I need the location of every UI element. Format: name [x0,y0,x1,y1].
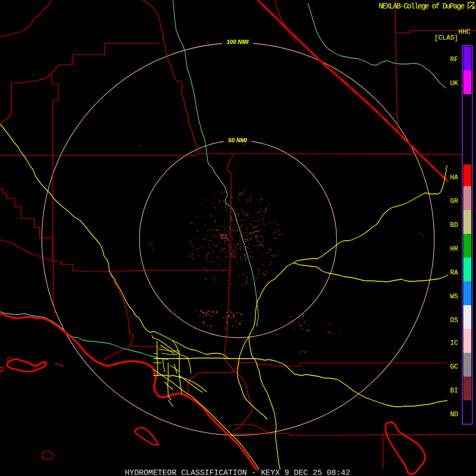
svg-text:HR: HR [450,245,459,253]
svg-text:RF: RF [450,56,458,63]
svg-text:100 NMI: 100 NMI [226,39,249,45]
svg-text:50 NMI: 50 NMI [228,137,247,143]
svg-text:IC: IC [450,340,459,347]
svg-text:BI: BI [450,387,458,395]
svg-text:GC: GC [450,363,459,371]
svg-text:DS: DS [450,317,458,324]
svg-text:ND: ND [450,411,458,418]
svg-text:UK: UK [450,80,459,87]
svg-text:[CLAS]: [CLAS] [434,34,458,42]
svg-text:BD: BD [450,222,458,229]
svg-text:HYDROMETEOR CLASSIFICATION - K: HYDROMETEOR CLASSIFICATION - KEYX 9 DEC … [125,469,350,476]
svg-text:WS: WS [450,293,458,300]
svg-text:GR: GR [450,198,459,205]
svg-text:HA: HA [450,174,459,181]
svg-text:NEXLAB-College of DuPage: NEXLAB-College of DuPage [379,2,464,11]
svg-text:RA: RA [450,269,459,277]
svg-text:HHC: HHC [459,28,471,36]
